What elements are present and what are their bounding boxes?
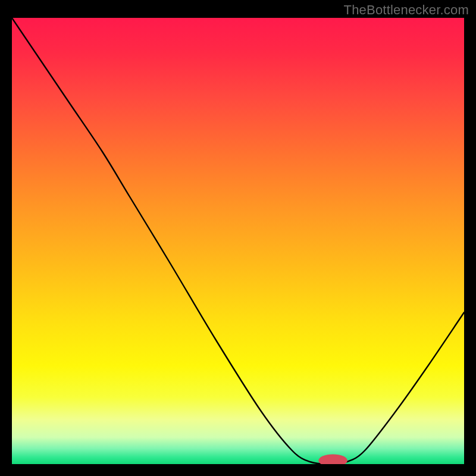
gradient-background [12,18,464,464]
chart-svg [12,18,464,464]
plot-area [12,18,464,464]
watermark-text: TheBottlenecker.com [344,2,469,18]
chart-frame: TheBottlenecker.com [0,0,476,476]
